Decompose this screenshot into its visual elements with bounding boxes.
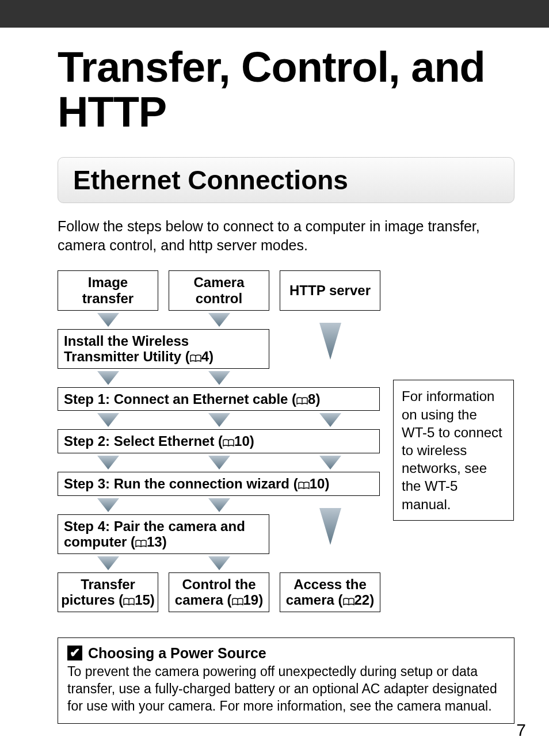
intro-text: Follow the steps below to connect to a c… [58,217,514,254]
callout-body: To prevent the camera powering off unexp… [67,663,505,715]
step1-text: Step 1: Connect an Ethernet cable ( [64,391,296,407]
svg-marker-5 [208,371,230,385]
svg-marker-3 [319,323,341,360]
arrow-icon [169,453,269,472]
step4-suffix: ) [162,534,167,549]
diagram-row: Image transfer Camera control HTTP serve… [58,270,514,612]
final-transfer-ref: 15 [135,592,150,608]
arrow-icon [58,554,158,572]
step1-suffix: ) [315,391,320,407]
arrow-icon [169,311,269,329]
svg-marker-13 [319,456,341,469]
callout-title-row: ✔ Choosing a Power Source [67,644,505,663]
final-control-box: Control the camera (19) [169,572,269,612]
check-icon: ✔ [67,646,82,660]
step3-text: Step 3: Run the connection wizard ( [64,476,298,491]
svg-marker-12 [208,456,230,469]
step2-text: Step 2: Select Ethernet ( [64,433,223,449]
step1-box: Step 1: Connect an Ethernet cable (8) [58,387,380,411]
step3-ref: 10 [310,476,325,491]
arrow-icon [169,369,269,387]
arrow-icon [169,496,269,514]
step3-suffix: ) [325,476,329,491]
book-icon [135,540,147,548]
final-access-box: Access the camera (22) [280,572,380,612]
final-access-ref: 22 [354,592,370,608]
svg-marker-4 [97,371,119,385]
arrow-icon [280,411,380,429]
col-header-camera-control: Camera control [169,270,269,310]
final-transfer-box: Transfer pictures (15) [58,572,158,612]
callout-box: ✔ Choosing a Power Source To prevent the… [58,637,514,724]
arrow-icon [58,369,158,387]
book-icon [190,354,201,362]
final-access-suffix: ) [369,592,374,608]
book-icon [343,598,354,606]
arrow-icon [280,453,380,472]
page-content: Transfer, Control, and HTTP Ethernet Con… [0,28,549,724]
final-control-suffix: ) [258,592,263,608]
aside-note: For information on using the WT-5 to con… [393,380,514,520]
section-heading: Ethernet Connections [58,157,514,203]
book-icon [232,598,243,606]
arrow-icon [58,496,158,514]
callout-title: Choosing a Power Source [88,644,266,663]
step2-ref: 10 [234,433,250,449]
col-header-http-server: HTTP server [280,270,380,310]
arrow-icon [58,411,158,429]
arrow-icon [169,411,269,429]
svg-marker-7 [97,413,119,427]
book-icon [296,397,308,405]
svg-marker-8 [208,413,230,427]
header-bar [0,0,549,28]
book-icon [298,482,310,490]
book-icon [123,598,135,606]
step4-box: Step 4: Pair the camera and computer (13… [58,514,269,554]
final-control-ref: 19 [243,592,259,608]
page-number: 7 [516,720,526,740]
flow-diagram: Image transfer Camera control HTTP serve… [58,270,380,612]
step2-box: Step 2: Select Ethernet (10) [58,429,380,453]
arrow-icon [280,496,380,549]
step4-ref: 13 [147,534,162,549]
svg-marker-15 [97,498,119,512]
arrow-icon [280,311,380,364]
install-box: Install the Wireless Transmitter Utility… [58,329,269,369]
svg-marker-18 [319,508,341,545]
step1-ref: 8 [308,391,315,407]
svg-marker-11 [97,456,119,469]
final-transfer-suffix: ) [150,592,155,608]
svg-marker-20 [208,556,230,570]
svg-marker-16 [208,498,230,512]
svg-marker-0 [97,313,119,327]
step3-box: Step 3: Run the connection wizard (10) [58,472,380,496]
svg-marker-19 [97,556,119,570]
svg-marker-9 [319,413,341,427]
install-ref: 4 [201,349,209,364]
arrow-icon [58,311,158,329]
book-icon [223,439,234,447]
col-header-image-transfer: Image transfer [58,270,158,310]
page-title: Transfer, Control, and HTTP [58,45,514,134]
install-suffix: ) [209,349,214,364]
install-text: Install the Wireless Transmitter Utility… [64,333,190,365]
arrow-icon [169,554,269,572]
arrow-icon [58,453,158,472]
step2-suffix: ) [250,433,254,449]
svg-marker-1 [208,313,230,327]
